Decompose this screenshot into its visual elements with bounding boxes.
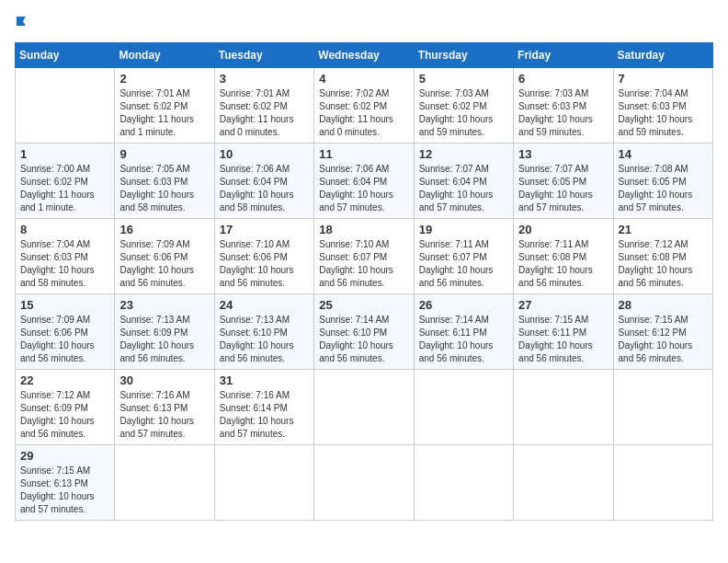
day-number: 5 <box>419 72 508 86</box>
day-number: 9 <box>119 147 209 161</box>
day-info: Sunrise: 7:11 AMSunset: 6:07 PMDaylight:… <box>419 238 508 290</box>
calendar-day-cell: 20Sunrise: 7:11 AMSunset: 6:08 PMDayligh… <box>514 218 613 293</box>
day-info: Sunrise: 7:09 AMSunset: 6:06 PMDaylight:… <box>119 238 209 290</box>
weekday-header-friday: Friday <box>514 42 613 67</box>
calendar-day-cell: 30Sunrise: 7:16 AMSunset: 6:13 PMDayligh… <box>115 369 214 444</box>
calendar-day-cell: 5Sunrise: 7:03 AMSunset: 6:02 PMDaylight… <box>414 67 513 143</box>
calendar-day-cell: 31Sunrise: 7:16 AMSunset: 6:14 PMDayligh… <box>214 369 313 444</box>
calendar-day-cell <box>613 369 712 444</box>
calendar-day-cell: 18Sunrise: 7:10 AMSunset: 6:07 PMDayligh… <box>314 218 414 293</box>
weekday-header-wednesday: Wednesday <box>314 42 414 67</box>
day-info: Sunrise: 7:11 AMSunset: 6:08 PMDaylight:… <box>518 238 608 290</box>
day-number: 15 <box>20 298 109 312</box>
day-info: Sunrise: 7:15 AMSunset: 6:13 PMDaylight:… <box>20 465 109 516</box>
day-number: 8 <box>20 223 109 236</box>
calendar-day-cell: 11Sunrise: 7:06 AMSunset: 6:04 PMDayligh… <box>314 143 414 218</box>
calendar-header-row: SundayMondayTuesdayWednesdayThursdayFrid… <box>16 42 713 67</box>
day-info: Sunrise: 7:04 AMSunset: 6:03 PMDaylight:… <box>619 87 708 139</box>
calendar-day-cell: 6Sunrise: 7:03 AMSunset: 6:03 PMDaylight… <box>514 67 613 143</box>
weekday-header-sunday: Sunday <box>16 42 115 67</box>
calendar-week-row: 8Sunrise: 7:04 AMSunset: 6:03 PMDaylight… <box>16 218 713 293</box>
calendar-day-cell: 9Sunrise: 7:05 AMSunset: 6:03 PMDaylight… <box>115 143 214 218</box>
day-info: Sunrise: 7:10 AMSunset: 6:06 PMDaylight:… <box>220 238 309 290</box>
calendar-week-row: 2Sunrise: 7:01 AMSunset: 6:02 PMDaylight… <box>16 67 713 143</box>
calendar-day-cell <box>414 444 513 520</box>
calendar-day-cell <box>514 444 613 520</box>
calendar-table: SundayMondayTuesdayWednesdayThursdayFrid… <box>15 42 713 521</box>
calendar-day-cell <box>115 444 214 520</box>
calendar-day-cell <box>314 369 414 444</box>
calendar-day-cell: 25Sunrise: 7:14 AMSunset: 6:10 PMDayligh… <box>314 293 414 369</box>
calendar-day-cell <box>613 444 712 520</box>
day-number: 24 <box>220 298 309 312</box>
weekday-header-tuesday: Tuesday <box>214 42 313 67</box>
day-info: Sunrise: 7:03 AMSunset: 6:02 PMDaylight:… <box>419 87 508 139</box>
calendar-day-cell: 14Sunrise: 7:08 AMSunset: 6:05 PMDayligh… <box>613 143 712 218</box>
day-info: Sunrise: 7:13 AMSunset: 6:09 PMDaylight:… <box>119 314 209 365</box>
calendar-day-cell: 13Sunrise: 7:07 AMSunset: 6:05 PMDayligh… <box>514 143 613 218</box>
calendar-week-row: 15Sunrise: 7:09 AMSunset: 6:06 PMDayligh… <box>16 293 713 369</box>
calendar-day-cell: 28Sunrise: 7:15 AMSunset: 6:12 PMDayligh… <box>613 293 712 369</box>
day-number: 2 <box>119 72 209 86</box>
svg-marker-0 <box>17 17 26 26</box>
calendar-day-cell: 2Sunrise: 7:01 AMSunset: 6:02 PMDaylight… <box>115 67 214 143</box>
calendar-week-row: 29Sunrise: 7:15 AMSunset: 6:13 PMDayligh… <box>16 444 713 520</box>
day-number: 16 <box>119 223 209 236</box>
calendar-day-cell: 17Sunrise: 7:10 AMSunset: 6:06 PMDayligh… <box>214 218 313 293</box>
day-number: 21 <box>619 223 708 236</box>
day-number: 29 <box>20 449 109 463</box>
day-info: Sunrise: 7:07 AMSunset: 6:05 PMDaylight:… <box>518 163 608 214</box>
calendar-day-cell: 24Sunrise: 7:13 AMSunset: 6:10 PMDayligh… <box>214 293 313 369</box>
day-number: 7 <box>619 72 708 86</box>
calendar-day-cell: 12Sunrise: 7:07 AMSunset: 6:04 PMDayligh… <box>414 143 513 218</box>
day-number: 10 <box>220 147 309 161</box>
day-number: 28 <box>619 298 708 312</box>
day-info: Sunrise: 7:03 AMSunset: 6:03 PMDaylight:… <box>518 87 608 139</box>
day-info: Sunrise: 7:02 AMSunset: 6:02 PMDaylight:… <box>319 87 408 139</box>
weekday-header-saturday: Saturday <box>613 42 712 67</box>
calendar-week-row: 1Sunrise: 7:00 AMSunset: 6:02 PMDaylight… <box>16 143 713 218</box>
day-info: Sunrise: 7:00 AMSunset: 6:02 PMDaylight:… <box>20 163 109 214</box>
day-info: Sunrise: 7:05 AMSunset: 6:03 PMDaylight:… <box>119 163 209 214</box>
day-info: Sunrise: 7:07 AMSunset: 6:04 PMDaylight:… <box>419 163 508 214</box>
day-info: Sunrise: 7:16 AMSunset: 6:13 PMDaylight:… <box>119 389 209 441</box>
calendar-day-cell <box>414 369 513 444</box>
day-number: 17 <box>220 223 309 236</box>
day-number: 11 <box>319 147 408 161</box>
day-number: 13 <box>518 147 608 161</box>
calendar-day-cell: 23Sunrise: 7:13 AMSunset: 6:09 PMDayligh… <box>115 293 214 369</box>
calendar-day-cell: 21Sunrise: 7:12 AMSunset: 6:08 PMDayligh… <box>613 218 712 293</box>
calendar-day-cell: 19Sunrise: 7:11 AMSunset: 6:07 PMDayligh… <box>414 218 513 293</box>
calendar-day-cell: 15Sunrise: 7:09 AMSunset: 6:06 PMDayligh… <box>16 293 115 369</box>
calendar-day-cell: 10Sunrise: 7:06 AMSunset: 6:04 PMDayligh… <box>214 143 313 218</box>
day-info: Sunrise: 7:12 AMSunset: 6:08 PMDaylight:… <box>619 238 708 290</box>
calendar-day-cell: 22Sunrise: 7:12 AMSunset: 6:09 PMDayligh… <box>16 369 115 444</box>
day-info: Sunrise: 7:04 AMSunset: 6:03 PMDaylight:… <box>20 238 109 290</box>
calendar-day-cell: 26Sunrise: 7:14 AMSunset: 6:11 PMDayligh… <box>414 293 513 369</box>
day-number: 30 <box>119 373 209 387</box>
day-info: Sunrise: 7:01 AMSunset: 6:02 PMDaylight:… <box>220 87 309 139</box>
day-info: Sunrise: 7:01 AMSunset: 6:02 PMDaylight:… <box>119 87 209 139</box>
day-number: 12 <box>419 147 508 161</box>
day-number: 3 <box>220 72 309 86</box>
day-number: 14 <box>619 147 708 161</box>
day-number: 27 <box>518 298 608 312</box>
day-info: Sunrise: 7:13 AMSunset: 6:10 PMDaylight:… <box>220 314 309 365</box>
day-number: 1 <box>20 147 109 161</box>
weekday-header-thursday: Thursday <box>414 42 513 67</box>
day-number: 23 <box>119 298 209 312</box>
calendar-day-cell: 3Sunrise: 7:01 AMSunset: 6:02 PMDaylight… <box>214 67 313 143</box>
day-info: Sunrise: 7:14 AMSunset: 6:11 PMDaylight:… <box>419 314 508 365</box>
day-info: Sunrise: 7:15 AMSunset: 6:11 PMDaylight:… <box>518 314 608 365</box>
calendar-week-row: 22Sunrise: 7:12 AMSunset: 6:09 PMDayligh… <box>16 369 713 444</box>
day-number: 25 <box>319 298 408 312</box>
day-info: Sunrise: 7:09 AMSunset: 6:06 PMDaylight:… <box>20 314 109 365</box>
day-info: Sunrise: 7:16 AMSunset: 6:14 PMDaylight:… <box>220 389 309 441</box>
day-info: Sunrise: 7:10 AMSunset: 6:07 PMDaylight:… <box>319 238 408 290</box>
calendar-day-cell: 27Sunrise: 7:15 AMSunset: 6:11 PMDayligh… <box>514 293 613 369</box>
day-info: Sunrise: 7:06 AMSunset: 6:04 PMDaylight:… <box>319 163 408 214</box>
day-number: 31 <box>220 373 309 387</box>
calendar-day-cell: 7Sunrise: 7:04 AMSunset: 6:03 PMDaylight… <box>613 67 712 143</box>
calendar-day-cell <box>314 444 414 520</box>
page-header <box>15 15 713 35</box>
